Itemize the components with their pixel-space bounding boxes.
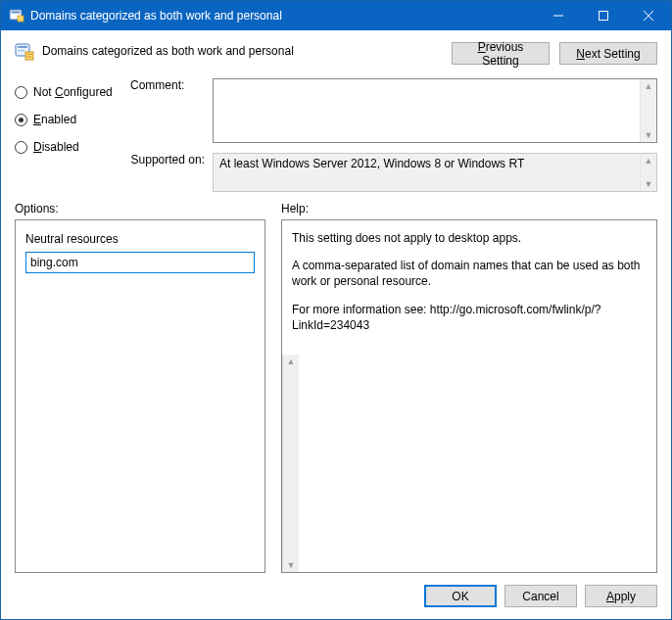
lower-panel: Neutral resources This setting does not … <box>1 219 671 573</box>
svg-rect-11 <box>27 54 32 55</box>
policy-icon <box>15 42 34 62</box>
cancel-button[interactable]: Cancel <box>504 585 577 607</box>
section-labels: Options: Help: <box>1 196 671 219</box>
minimize-button[interactable] <box>536 1 581 30</box>
chevron-down-icon: ▼ <box>645 128 653 142</box>
ok-button[interactable]: OK <box>424 585 497 607</box>
app-icon <box>9 8 24 24</box>
supported-on-box: At least Windows Server 2012, Windows 8 … <box>213 153 657 192</box>
chevron-up-icon: ▲ <box>645 154 653 167</box>
radio-enabled[interactable]: Enabled <box>15 113 124 126</box>
help-label: Help: <box>281 202 309 215</box>
maximize-button[interactable] <box>581 1 626 30</box>
radio-icon <box>15 141 27 154</box>
page-title: Domains categorized as both work and per… <box>42 42 452 58</box>
footer: OK Cancel Apply <box>1 573 671 619</box>
scrollbar[interactable]: ▲ ▼ <box>282 355 299 572</box>
supported-label: Supported on: <box>130 153 205 192</box>
svg-rect-2 <box>18 16 24 22</box>
chevron-down-icon: ▼ <box>287 558 296 572</box>
neutral-resources-label: Neutral resources <box>25 232 255 246</box>
chevron-up-icon: ▲ <box>645 79 653 93</box>
upper-panel: Not Configured Enabled Disabled Comment:… <box>1 71 671 196</box>
comment-label: Comment: <box>130 78 205 143</box>
options-panel: Neutral resources <box>15 219 265 573</box>
svg-rect-4 <box>600 12 608 21</box>
comment-textarea[interactable]: ▲ ▼ <box>213 78 657 143</box>
close-button[interactable] <box>626 1 671 30</box>
chevron-down-icon: ▼ <box>645 177 653 191</box>
neutral-resources-input[interactable] <box>25 252 255 273</box>
header-row: Domains categorized as both work and per… <box>1 30 671 71</box>
radio-disabled[interactable]: Disabled <box>15 140 124 154</box>
help-text: This setting does not apply to desktop a… <box>282 220 656 355</box>
title-bar: Domains categorized as both work and per… <box>1 1 671 30</box>
supported-on-text: At least Windows Server 2012, Windows 8 … <box>214 154 530 173</box>
apply-button[interactable]: Apply <box>585 585 657 607</box>
svg-rect-10 <box>25 52 33 60</box>
svg-rect-12 <box>27 57 32 58</box>
previous-setting-button[interactable]: Previous Setting <box>452 42 550 65</box>
chevron-up-icon: ▲ <box>287 355 296 368</box>
radio-icon <box>15 114 27 126</box>
scrollbar: ▲ ▼ <box>640 154 656 191</box>
state-column: Not Configured Enabled Disabled <box>15 78 124 192</box>
svg-rect-8 <box>18 46 27 48</box>
options-label: Options: <box>15 202 265 215</box>
window-controls <box>536 1 671 30</box>
window-title: Domains categorized as both work and per… <box>30 9 536 23</box>
scrollbar[interactable]: ▲ ▼ <box>640 79 656 142</box>
radio-not-configured[interactable]: Not Configured <box>15 85 124 99</box>
radio-icon <box>15 86 27 99</box>
help-panel: This setting does not apply to desktop a… <box>281 219 657 573</box>
svg-rect-1 <box>12 12 21 14</box>
svg-rect-9 <box>18 50 24 51</box>
next-setting-button[interactable]: Next Setting <box>559 42 657 65</box>
